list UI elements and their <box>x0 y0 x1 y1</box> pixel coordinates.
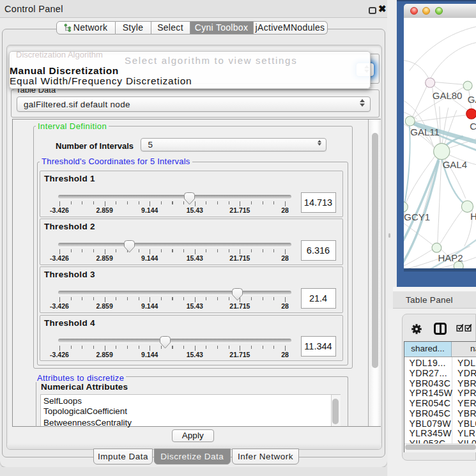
svg-text:GAL80: GAL80 <box>432 90 462 101</box>
svg-text:GCY1: GCY1 <box>404 211 430 222</box>
svg-text:GA: GA <box>467 94 476 105</box>
svg-text:GAL4: GAL4 <box>442 158 466 169</box>
svg-text:H: H <box>470 211 476 222</box>
svg-text:C: C <box>470 120 476 131</box>
svg-text:HAP2: HAP2 <box>438 252 463 263</box>
svg-text:GAL11: GAL11 <box>410 127 440 137</box>
